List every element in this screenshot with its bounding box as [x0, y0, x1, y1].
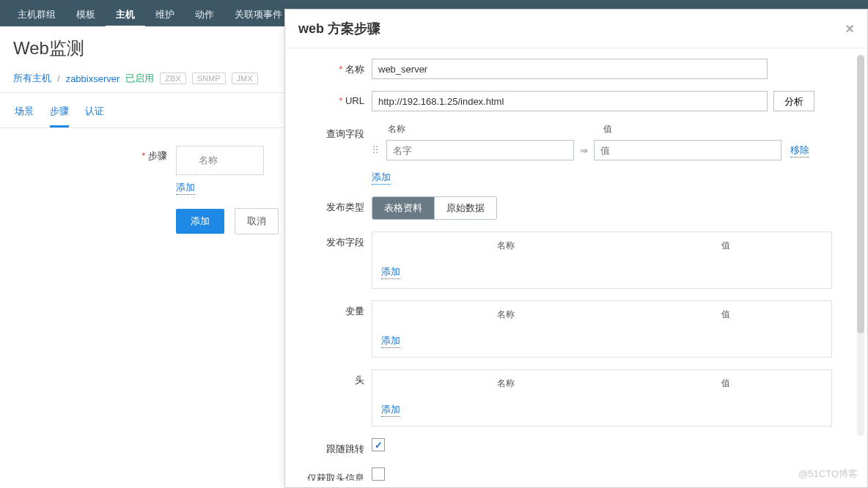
- modal-title: web 方案步骤: [298, 20, 380, 37]
- query-col-name: 名称: [372, 123, 587, 136]
- headers-col-value: 值: [630, 377, 821, 390]
- nav-hostgroups[interactable]: 主机群组: [7, 1, 66, 28]
- scroll-thumb[interactable]: [857, 55, 864, 333]
- query-value-input[interactable]: [594, 140, 781, 160]
- post-col-name: 名称: [381, 240, 630, 252]
- add-step-link[interactable]: 添加: [176, 181, 195, 195]
- query-add-link[interactable]: 添加: [372, 171, 391, 185]
- query-col-value: 值: [587, 123, 770, 136]
- step-modal: web 方案步骤 × 名称 URL 分析 查询字段 名称 值 ⠿ ⇒: [284, 9, 868, 488]
- crumb-server[interactable]: zabbixserver: [66, 73, 120, 84]
- badge-jmx: JMX: [232, 73, 258, 84]
- headers-col-name: 名称: [381, 377, 630, 390]
- analyze-button[interactable]: 分析: [773, 91, 814, 111]
- nav-maintenance[interactable]: 维护: [145, 1, 185, 28]
- steps-label: 步骤: [15, 146, 176, 163]
- follow-checkbox[interactable]: ✓: [372, 438, 385, 451]
- watermark: @51CTO博客: [798, 467, 858, 481]
- close-icon[interactable]: ×: [845, 21, 854, 37]
- vars-col-name: 名称: [381, 308, 630, 321]
- crumb-all-hosts[interactable]: 所有主机: [13, 72, 51, 85]
- headers-label: 头: [285, 369, 372, 387]
- query-label: 查询字段: [285, 123, 372, 141]
- url-input[interactable]: [372, 91, 768, 111]
- scrollbar[interactable]: [857, 55, 864, 436]
- tab-scene[interactable]: 场景: [15, 100, 34, 127]
- add-button[interactable]: 添加: [176, 209, 224, 234]
- name-input[interactable]: [372, 59, 768, 79]
- headers-add-link[interactable]: 添加: [381, 403, 400, 417]
- arrow-icon: ⇒: [578, 145, 589, 156]
- status-enabled: 已启用: [125, 72, 154, 85]
- post-fields-label: 发布字段: [285, 232, 372, 249]
- badge-snmp: SNMP: [192, 73, 226, 84]
- crumb-sep: /: [57, 73, 60, 84]
- cancel-button[interactable]: 取消: [235, 208, 279, 234]
- nav-templates[interactable]: 模板: [66, 1, 106, 28]
- nav-actions[interactable]: 动作: [185, 1, 224, 28]
- tab-steps[interactable]: 步骤: [50, 100, 69, 127]
- query-name-input[interactable]: [386, 140, 574, 160]
- badge-zbx: ZBX: [160, 73, 185, 84]
- nav-correlation[interactable]: 关联项事件: [224, 1, 293, 28]
- post-type-toggle[interactable]: 表格资料 原始数据: [372, 196, 497, 220]
- post-type-form[interactable]: 表格资料: [372, 197, 434, 219]
- post-col-value: 值: [630, 240, 821, 252]
- nav-hosts[interactable]: 主机: [106, 1, 145, 28]
- post-add-link[interactable]: 添加: [381, 265, 400, 279]
- steps-table-header: 名称: [176, 146, 264, 175]
- head-only-label: 仅获取头信息: [285, 467, 372, 481]
- post-type-label: 发布类型: [285, 196, 372, 214]
- post-type-raw[interactable]: 原始数据: [434, 197, 496, 219]
- remove-link[interactable]: 移除: [790, 144, 809, 158]
- vars-col-value: 值: [630, 308, 821, 321]
- tab-auth[interactable]: 认证: [85, 100, 104, 127]
- head-only-checkbox[interactable]: [372, 467, 385, 481]
- name-label: 名称: [285, 59, 372, 76]
- follow-label: 跟随跳转: [285, 438, 372, 456]
- vars-label: 变量: [285, 300, 372, 318]
- url-label: URL: [285, 91, 372, 106]
- drag-handle-icon[interactable]: ⠿: [372, 147, 382, 154]
- vars-add-link[interactable]: 添加: [381, 334, 400, 348]
